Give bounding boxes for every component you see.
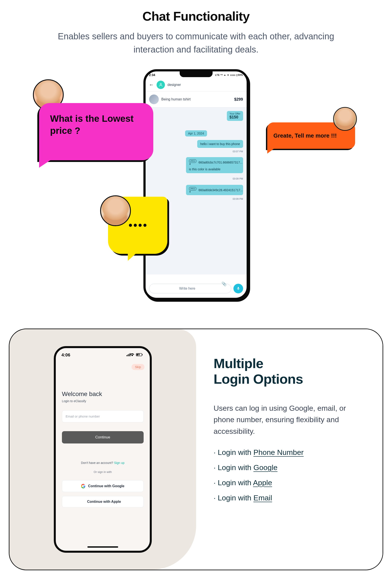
welcome-title: Welcome back [62,390,144,398]
product-thumbnail [149,95,159,104]
google-icon [81,484,86,488]
product-name: Being human tshirt [162,97,232,101]
email-phone-input[interactable]: Email or phone number [62,410,144,422]
jpeg-icon[interactable]: JPEG ⬇ [189,159,196,165]
svg-point-0 [160,83,162,85]
login-subtitle: Login to eClassify [62,399,144,403]
item-em: Apple [253,478,272,487]
list-item: Login with Phone Number [214,448,365,457]
item-pre: Login with [218,493,254,502]
avatar [333,107,357,131]
section2-description: Users can log in using Google, email, or… [214,402,363,437]
product-price: $299 [234,97,243,102]
divider-text: Or sign in with [62,470,144,474]
jpeg-label: JPEG [189,159,196,163]
message-time: 03:09 PM [232,177,243,180]
svg-rect-3 [129,354,129,356]
phone-notch [180,72,212,77]
bubble-text: Greate, Tell me more !!! [274,132,337,139]
message-time: 03:07 PM [232,150,243,153]
svg-rect-4 [130,353,130,356]
status-time: 2:34 [149,73,155,77]
user-avatar-icon[interactable] [156,81,165,89]
product-row[interactable]: Being human tshirt $299 [146,92,246,108]
mic-button[interactable] [234,284,243,293]
status-icons: 60 [126,352,144,358]
item-pre: Login with [218,448,254,456]
signup-link[interactable]: Sign up [114,461,124,464]
avatar [100,195,131,226]
status-time: 4:06 [62,352,70,358]
list-item: Login with Email [214,493,365,502]
offer-label: Your Offer [230,112,240,115]
apple-btn-label: Continue with Apple [87,500,121,504]
google-login-button[interactable]: Continue with Google [62,480,144,492]
signup-row: Don't have an account? Sign up [62,461,144,464]
item-pre: Login with [218,478,253,487]
chat-input[interactable]: Write here [149,284,231,293]
date-chip: Apr 1, 2024 [185,130,207,137]
list-item: Login with Apple [214,478,365,487]
apple-login-button[interactable]: Continue with Apple [62,496,144,507]
back-icon[interactable]: ← [149,82,154,88]
continue-button[interactable]: Continue [62,431,144,443]
section2-title: Multiple Login Options [214,356,365,387]
offer-amount: $150 [230,115,240,120]
login-options-list: Login with Phone Number Login with Googl… [214,448,365,502]
file-name: 660a80de349c28.4924151717... [198,188,243,192]
svg-text:60: 60 [138,354,140,356]
chat-username: designer [168,83,181,87]
item-em: Phone Number [254,448,304,456]
signup-pre: Don't have an account? [81,461,114,464]
title-line-1: Multiple [214,356,263,371]
login-phone-mockup: 4:06 60 Skip Welcome back Login to eClas… [54,346,152,553]
chat-message: JPEG ⬇ 660a80cbc7c701.6686657317... is t… [186,157,243,173]
attachment-icon[interactable]: 📎 [222,282,226,286]
svg-rect-1 [126,355,127,356]
chat-message: hello i want to buy this phone [197,140,243,148]
skip-button[interactable]: Skip [132,364,144,370]
chat-phone-mockup: 2:34 LTE ⁵ᴳ ⏶ ⏷ ⫾⫾⫾⫾ ▯59% ← designer Bei… [144,69,249,300]
download-icon[interactable]: ⬇ [189,163,196,165]
item-em: Google [254,463,278,472]
speech-bubble-pink: What is the Lowest price ? [39,103,153,160]
google-btn-label: Continue with Google [88,484,124,488]
jpeg-label: JPEG [189,187,196,191]
chat-header: ← designer [146,79,246,92]
title-line-2: Login Options [214,371,303,387]
jpeg-icon[interactable]: JPEG ⬇ [189,187,196,193]
chat-text: is this color is available [189,168,240,171]
section1-description: Enables sellers and buyers to communicat… [42,30,350,56]
svg-rect-2 [128,354,128,356]
home-indicator [88,546,118,548]
item-pre: Login with [218,463,254,472]
download-icon[interactable]: ⬇ [189,191,196,193]
section1-title: Chat Functionality [13,9,379,24]
chat-message: JPEG ⬇ 660a80de349c28.4924151717... [186,185,243,195]
login-section: 4:06 60 Skip Welcome back Login to eClas… [9,329,383,570]
list-item: Login with Google [214,463,365,472]
status-icons: LTE ⁵ᴳ ⏶ ⏷ ⫾⫾⫾⫾ ▯59% [215,74,243,76]
offer-box: Your Offer $150 [227,111,243,121]
typing-dots-icon [129,224,146,227]
file-name: 660a80cbc7c701.6686657317... [198,161,242,164]
status-bar: 4:06 60 [56,348,150,362]
item-em: Email [254,493,272,502]
svg-rect-7 [142,354,142,355]
message-time: 03:09 PM [232,198,243,200]
bubble-text: What is the Lowest price ? [50,113,142,137]
